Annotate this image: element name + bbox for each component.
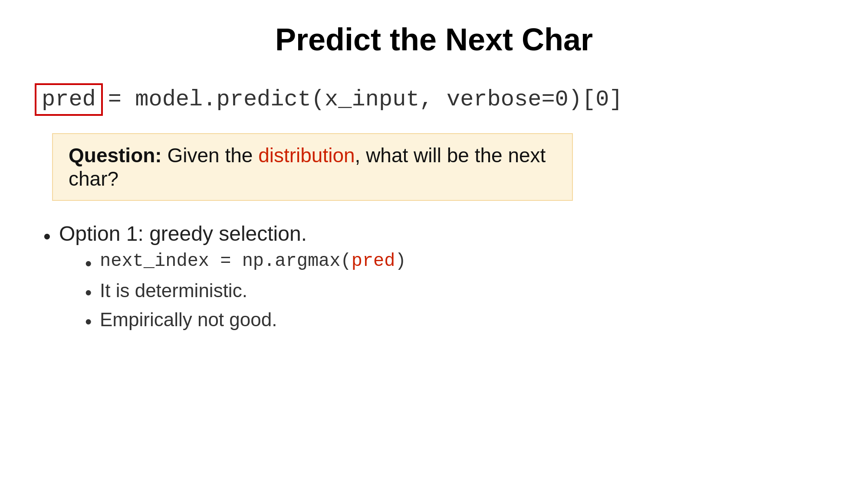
sub-bullet-item-3: • Empirically not good. [85, 309, 406, 333]
bullet-list: • Option 1: greedy selection. • next_ind… [35, 222, 833, 338]
sub-bullet-dot-2: • [85, 282, 93, 304]
question-before-text: Given the [162, 144, 258, 167]
sub-bullet-item-2: • It is deterministic. [85, 280, 406, 304]
code-suffix-1: ) [395, 251, 406, 272]
code-rest: = model.predict(x_input, verbose=0)[0] [103, 85, 628, 114]
code-highlight-1: pred [352, 251, 395, 272]
bullet-item-1-content: Option 1: greedy selection. • next_index… [59, 222, 406, 338]
sub-bullet-dot-1: • [85, 253, 93, 275]
sub-bullet-item-1: • next_index = np.argmax(pred) [85, 251, 406, 275]
bullet-item-1-text: Option 1: greedy selection. [59, 222, 307, 245]
question-text: Question: Given the distribution, what w… [69, 144, 546, 190]
question-box: Question: Given the distribution, what w… [52, 133, 573, 201]
bullet-item-1: • Option 1: greedy selection. • next_ind… [43, 222, 833, 338]
question-highlight: distribution [258, 144, 355, 167]
bullet-dot-1: • [43, 224, 52, 248]
sub-bullet-text-3: Empirically not good. [100, 309, 277, 331]
code-highlighted-var: pred [35, 83, 103, 116]
code-line: pred = model.predict(x_input, verbose=0)… [35, 83, 833, 116]
question-label: Question: [69, 144, 162, 167]
slide-content: pred = model.predict(x_input, verbose=0)… [35, 83, 833, 346]
sub-bullet-code-1: next_index = np.argmax(pred) [100, 251, 406, 272]
code-prefix-1: next_index = np.argmax( [100, 251, 352, 272]
sub-bullet-text-2: It is deterministic. [100, 280, 247, 301]
slide-title: Predict the Next Char [275, 22, 593, 57]
sub-bullet-list-1: • next_index = np.argmax(pred) • It is d… [59, 251, 406, 333]
sub-bullet-dot-3: • [85, 311, 93, 333]
